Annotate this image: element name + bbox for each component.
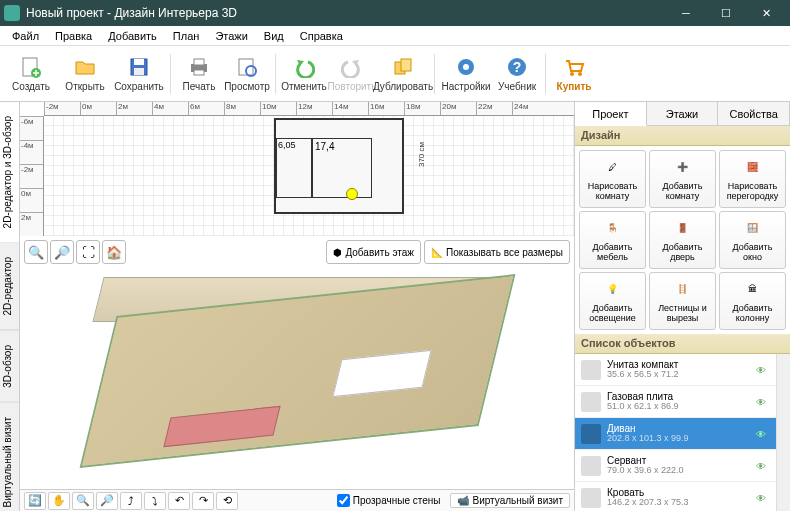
svg-rect-6 (194, 59, 204, 65)
main-toolbar: Создать Открыть Сохранить Печать Просмот… (0, 46, 790, 102)
create-button[interactable]: Создать (4, 48, 58, 100)
design-button-2[interactable]: 🧱Нарисоватьперегородку (719, 150, 786, 208)
zoom3d-out-button[interactable]: 🔎 (96, 492, 118, 510)
add-floor-button[interactable]: ⬢Добавить этаж (326, 240, 421, 264)
design-button-4[interactable]: 🚪Добавитьдверь (649, 211, 716, 269)
ruler-tick: 14м (332, 102, 368, 115)
menu-file[interactable]: Файл (4, 28, 47, 44)
rtab-floors[interactable]: Этажи (647, 102, 719, 125)
svg-point-17 (578, 72, 582, 76)
home-button[interactable]: 🏠 (102, 240, 126, 264)
open-button[interactable]: Открыть (58, 48, 112, 100)
design-button-0[interactable]: 🖊Нарисоватькомнату (579, 150, 646, 208)
pan-button[interactable]: ✋ (48, 492, 70, 510)
visibility-icon[interactable]: 👁 (756, 397, 770, 407)
design-icon: 🪟 (741, 217, 765, 241)
visibility-icon[interactable]: 👁 (756, 493, 770, 503)
object-list: Унитаз компакт35.6 x 56.5 x 71.2👁Газовая… (575, 354, 776, 511)
save-button[interactable]: Сохранить (112, 48, 166, 100)
object-row[interactable]: Газовая плита51.0 x 62.1 x 86.9👁 (575, 386, 776, 418)
buy-button[interactable]: Купить (550, 48, 598, 100)
design-icon: 🪑 (601, 217, 625, 241)
rtab-project[interactable]: Проект (575, 102, 647, 126)
menu-edit[interactable]: Правка (47, 28, 100, 44)
menu-plan[interactable]: План (165, 28, 208, 44)
plan-2d-viewport[interactable]: 6,05 17,4 370 см (44, 116, 574, 236)
room-large[interactable]: 17,4 (312, 138, 372, 198)
ruler-icon: 📐 (431, 247, 443, 258)
design-buttons-grid: 🖊Нарисоватькомнату➕Добавитькомнату🧱Нарис… (575, 146, 790, 334)
tilt-down-button[interactable]: ⤵ (144, 492, 166, 510)
rotate-left-button[interactable]: ↶ (168, 492, 190, 510)
visibility-icon[interactable]: 👁 (756, 429, 770, 439)
ruler-tick: -4м (20, 140, 43, 164)
object-dimensions: 79.0 x 39.6 x 222.0 (607, 466, 750, 476)
show-dimensions-button[interactable]: 📐Показывать все размеры (424, 240, 570, 264)
ruler-tick: 2м (20, 212, 43, 236)
design-icon: 🪜 (671, 278, 695, 302)
vtab-2d3d[interactable]: 2D-редактор и 3D-обзор (0, 102, 19, 243)
object-row[interactable]: Унитаз компакт35.6 x 56.5 x 71.2👁 (575, 354, 776, 386)
ruler-vertical: -6м-4м-2м0м2м (20, 116, 44, 236)
titlebar: Новый проект - Дизайн Интерьера 3D ─ ☐ ✕ (0, 0, 790, 26)
maximize-button[interactable]: ☐ (706, 0, 746, 26)
duplicate-button[interactable]: Дублировать (376, 48, 430, 100)
reset-view-button[interactable]: ⟲ (216, 492, 238, 510)
menu-add[interactable]: Добавить (100, 28, 165, 44)
orbit-button[interactable]: 🔄 (24, 492, 46, 510)
settings-button[interactable]: Настройки (439, 48, 493, 100)
design-button-1[interactable]: ➕Добавитькомнату (649, 150, 716, 208)
camera-marker[interactable] (346, 188, 358, 200)
design-button-5[interactable]: 🪟Добавитьокно (719, 211, 786, 269)
zoom3d-in-button[interactable]: 🔍 (72, 492, 94, 510)
redo-button[interactable]: Повторить (328, 48, 376, 100)
undo-icon (292, 55, 316, 79)
menu-help[interactable]: Справка (292, 28, 351, 44)
print-button[interactable]: Печать (175, 48, 223, 100)
svg-rect-7 (194, 70, 204, 75)
preview-icon (235, 55, 259, 79)
window-title: Новый проект - Дизайн Интерьера 3D (26, 6, 666, 20)
close-button[interactable]: ✕ (746, 0, 786, 26)
canvas-area: -2м0м2м4м6м8м10м12м14м16м18м20м22м24м -6… (20, 102, 574, 511)
preview-button[interactable]: Просмотр (223, 48, 271, 100)
design-button-6[interactable]: 💡Добавитьосвещение (579, 272, 646, 330)
vtab-virtual[interactable]: Виртуальный визит (0, 403, 19, 511)
svg-rect-11 (401, 59, 411, 71)
zoom-in-button[interactable]: 🔍 (24, 240, 48, 264)
transparent-walls-checkbox[interactable]: Прозрачные стены (337, 494, 441, 507)
object-row[interactable]: Кровать146.2 x 207.3 x 75.3👁 (575, 482, 776, 511)
printer-icon (187, 55, 211, 79)
menu-floors[interactable]: Этажи (207, 28, 255, 44)
vtab-3d[interactable]: 3D-обзор (0, 331, 19, 403)
menu-view[interactable]: Вид (256, 28, 292, 44)
visibility-icon[interactable]: 👁 (756, 461, 770, 471)
zoom-out-button[interactable]: 🔎 (50, 240, 74, 264)
design-button-7[interactable]: 🪜Лестницы ивырезы (649, 272, 716, 330)
view-3d-viewport[interactable] (20, 270, 574, 489)
tutorial-button[interactable]: ?Учебник (493, 48, 541, 100)
new-file-icon (19, 55, 43, 79)
object-dimensions: 51.0 x 62.1 x 86.9 (607, 402, 750, 412)
undo-button[interactable]: Отменить (280, 48, 328, 100)
object-dimensions: 35.6 x 56.5 x 71.2 (607, 370, 750, 380)
design-icon: ➕ (671, 156, 695, 180)
floorplan[interactable]: 6,05 17,4 370 см (274, 118, 404, 214)
object-list-scrollbar[interactable] (776, 354, 790, 511)
design-button-3[interactable]: 🪑Добавитьмебель (579, 211, 646, 269)
object-dimensions: 146.2 x 207.3 x 75.3 (607, 498, 750, 508)
virtual-visit-button[interactable]: 📹Виртуальный визит (450, 493, 570, 508)
room-small[interactable]: 6,05 (276, 138, 312, 198)
vtab-2d[interactable]: 2D-редактор (0, 243, 19, 331)
object-row[interactable]: Диван202.8 x 101.3 x 99.9👁 (575, 418, 776, 450)
cart-icon (562, 55, 586, 79)
object-row[interactable]: Сервант79.0 x 39.6 x 222.0👁 (575, 450, 776, 482)
visibility-icon[interactable]: 👁 (756, 365, 770, 375)
design-button-8[interactable]: 🏛Добавитьколонну (719, 272, 786, 330)
tilt-up-button[interactable]: ⤴ (120, 492, 142, 510)
gear-icon (454, 55, 478, 79)
zoom-fit-button[interactable]: ⛶ (76, 240, 100, 264)
minimize-button[interactable]: ─ (666, 0, 706, 26)
rotate-right-button[interactable]: ↷ (192, 492, 214, 510)
rtab-properties[interactable]: Свойства (718, 102, 790, 125)
